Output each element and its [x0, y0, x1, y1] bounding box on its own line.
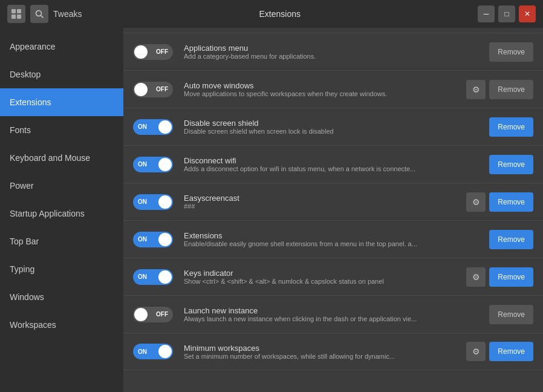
extension-info: Applications menuAdd a category-based me…: [184, 44, 489, 60]
toggle-knob: [158, 270, 172, 284]
remove-button[interactable]: Remove: [489, 117, 533, 137]
sidebar-item-keyboard-and-mouse[interactable]: Keyboard and Mouse: [0, 144, 123, 172]
extension-desc: Enable/disable easily gnome shell extens…: [184, 240, 438, 247]
sidebar-item-desktop[interactable]: Desktop: [0, 60, 123, 88]
toggle-wrap: OFF: [133, 307, 177, 322]
toggle-label: ON: [138, 348, 147, 355]
gear-button[interactable]: ⚙: [466, 342, 486, 361]
extension-actions: Remove: [489, 155, 533, 174]
extension-info: Easyscreencast###: [184, 194, 466, 210]
extension-info: Disconnect wifiAdds a disconnect option …: [184, 156, 489, 172]
extension-desc: ###: [184, 203, 438, 210]
extension-item: OFFLaunch new instanceAlways launch a ne…: [123, 295, 543, 333]
toggle-label: OFF: [156, 48, 168, 55]
remove-button[interactable]: Remove: [489, 42, 533, 62]
sidebar: AppearanceDesktopExtensionsFontsKeyboard…: [0, 28, 123, 392]
toggle-on[interactable]: ON: [133, 344, 173, 359]
extension-desc: Disable screen shield when screen lock i…: [184, 128, 438, 135]
extension-actions: Remove: [489, 230, 533, 249]
extension-info: Minimum workspacesSet a minimum number o…: [184, 344, 466, 360]
toggle-wrap: ON: [133, 157, 177, 172]
gear-button[interactable]: ⚙: [466, 80, 486, 99]
titlebar-left: Tweaks: [7, 5, 82, 23]
toggle-wrap: ON: [133, 232, 177, 247]
remove-button[interactable]: Remove: [489, 230, 533, 249]
titlebar-controls: ─ □ ✕: [478, 5, 536, 22]
toggle-off[interactable]: OFF: [133, 44, 173, 60]
toggle-wrap: OFF: [133, 82, 177, 97]
extension-name: Extensions: [184, 231, 489, 240]
extension-info: Keys indicatorShow <ctrl> & <shift> & <a…: [184, 269, 466, 285]
extension-name: Auto move windows: [184, 81, 466, 90]
toggle-off[interactable]: OFF: [133, 307, 173, 322]
toggle-label: ON: [138, 198, 147, 205]
minimize-button[interactable]: ─: [478, 5, 495, 22]
toggle-wrap: OFF: [133, 44, 177, 60]
extension-name: Disable screen shield: [184, 119, 489, 128]
sidebar-item-fonts[interactable]: Fonts: [0, 116, 123, 144]
toggle-label: OFF: [156, 311, 168, 318]
maximize-button[interactable]: □: [498, 5, 515, 22]
toggle-on[interactable]: ON: [133, 194, 173, 210]
toggle-knob: [158, 158, 172, 171]
sidebar-item-extensions[interactable]: Extensions: [0, 88, 123, 116]
remove-button[interactable]: Remove: [489, 155, 533, 174]
search-button[interactable]: [30, 5, 48, 23]
extension-name: Easyscreencast: [184, 194, 466, 203]
sidebar-item-power[interactable]: Power: [0, 172, 123, 200]
extension-name: Keys indicator: [184, 269, 466, 278]
toggle-on[interactable]: ON: [133, 119, 173, 135]
extension-desc: Set a minimum number of workspaces, whil…: [184, 353, 438, 360]
sidebar-item-windows[interactable]: Windows: [0, 283, 123, 311]
extension-desc: Show <ctrl> & <shift> & <alt> & numlock …: [184, 278, 438, 285]
extension-info: Disable screen shieldDisable screen shie…: [184, 119, 489, 135]
remove-button[interactable]: Remove: [489, 192, 533, 212]
svg-rect-3: [17, 15, 21, 19]
gear-button[interactable]: ⚙: [466, 192, 486, 212]
remove-button[interactable]: Remove: [489, 342, 533, 361]
sidebar-item-typing[interactable]: Typing: [0, 255, 123, 283]
extension-item: ONEasyscreencast###⚙Remove: [123, 183, 543, 220]
close-button[interactable]: ✕: [519, 5, 536, 22]
extension-actions: ⚙Remove: [466, 80, 533, 99]
toggle-label: ON: [138, 236, 147, 243]
window-title: Extensions: [82, 9, 478, 19]
extension-item: OFFAuto move windowsMove applications to…: [123, 70, 543, 108]
toggle-label: ON: [138, 161, 147, 168]
toggle-off[interactable]: OFF: [133, 82, 173, 97]
extension-name: Applications menu: [184, 44, 489, 53]
extension-name: Launch new instance: [184, 306, 489, 315]
toggle-knob: [134, 45, 148, 59]
svg-rect-0: [11, 9, 16, 13]
extension-desc: Add a category-based menu for applicatio…: [184, 53, 438, 60]
extension-desc: Move applications to specific workspaces…: [184, 90, 438, 97]
sidebar-item-workspaces[interactable]: Workspaces: [0, 311, 123, 339]
toggle-knob: [158, 345, 172, 358]
sidebar-item-top-bar[interactable]: Top Bar: [0, 227, 123, 255]
extension-item: ONDisconnect wifiAdds a disconnect optio…: [123, 145, 543, 183]
toggle-wrap: ON: [133, 269, 177, 285]
toggle-on[interactable]: ON: [133, 157, 173, 172]
sidebar-item-startup-applications[interactable]: Startup Applications: [0, 200, 123, 227]
gear-button[interactable]: ⚙: [466, 267, 486, 287]
extensions-list[interactable]: OFFApplications menuAdd a category-based…: [123, 28, 543, 392]
extension-actions: Remove: [489, 117, 533, 137]
extension-item: OFFApplications menuAdd a category-based…: [123, 33, 543, 70]
toggle-on[interactable]: ON: [133, 232, 173, 247]
sidebar-item-appearance[interactable]: Appearance: [0, 33, 123, 60]
extension-desc: Adds a disconnect option for wifi in sta…: [184, 165, 438, 172]
svg-line-5: [41, 16, 44, 18]
extension-desc: Always launch a new instance when clicki…: [184, 315, 438, 322]
toggle-on[interactable]: ON: [133, 269, 173, 285]
toggle-label: ON: [138, 273, 147, 280]
remove-button[interactable]: Remove: [489, 305, 533, 324]
main-content: AppearanceDesktopExtensionsFontsKeyboard…: [0, 28, 543, 392]
remove-button[interactable]: Remove: [489, 267, 533, 287]
remove-button[interactable]: Remove: [489, 80, 533, 99]
toggle-wrap: ON: [133, 119, 177, 135]
extension-actions: Remove: [489, 42, 533, 62]
svg-rect-1: [17, 9, 21, 13]
toggle-label: ON: [138, 123, 147, 130]
extension-item: ONKeys indicatorShow <ctrl> & <shift> & …: [123, 258, 543, 295]
extension-name: Disconnect wifi: [184, 156, 489, 165]
